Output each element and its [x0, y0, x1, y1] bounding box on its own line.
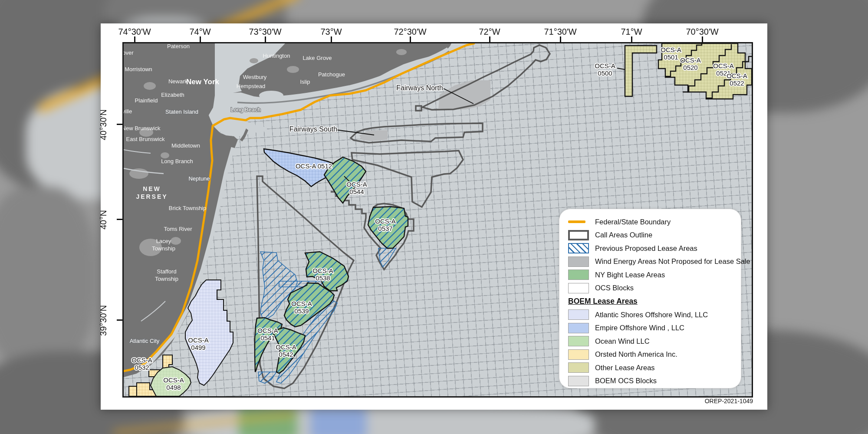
legend-item: Empire Offshore Wind , LLC	[568, 322, 741, 335]
fairways-north-label: Fairways North	[396, 84, 443, 92]
svg-text:Morristown: Morristown	[125, 66, 152, 72]
boundary-line-swatch	[568, 220, 585, 223]
legend-item: Wind Energy Areas Not Proposed for Lease…	[568, 255, 741, 269]
call-outline-swatch	[568, 230, 589, 240]
svg-text:OCS-A: OCS-A	[375, 217, 396, 225]
ocs-blocks-swatch	[568, 283, 589, 293]
svg-text:0532: 0532	[135, 364, 149, 371]
svg-text:OCS-A 0512: OCS-A 0512	[296, 162, 332, 170]
svg-text:0537: 0537	[378, 225, 392, 232]
svg-text:Islip: Islip	[300, 79, 310, 85]
tick-label: 73°W	[307, 27, 355, 37]
svg-text:Township: Township	[152, 245, 175, 252]
svg-text:JERSEY: JERSEY	[136, 193, 168, 200]
legend-item: Orsted North America Inc.	[568, 348, 741, 362]
svg-text:Neptune: Neptune	[188, 175, 210, 182]
svg-text:OCS-A: OCS-A	[276, 343, 296, 351]
svg-text:Township: Township	[155, 276, 178, 282]
tick-label: 72°W	[466, 27, 513, 37]
svg-text:Patchogue: Patchogue	[318, 71, 345, 78]
map-id: OREP-2021-1049	[705, 398, 753, 404]
svg-text:Elizabeth: Elizabeth	[161, 92, 184, 98]
tick-label: 40°30'N	[99, 105, 108, 145]
svg-text:OCS-A: OCS-A	[291, 300, 312, 307]
svg-text:Newark: Newark	[168, 78, 188, 85]
svg-text:Hempstead: Hempstead	[237, 83, 265, 89]
svg-text:Paterson: Paterson	[167, 43, 190, 49]
atlantic-shores-swatch	[568, 309, 589, 320]
svg-text:New Brunswick: New Brunswick	[124, 125, 161, 132]
legend-item: NY Bight Lease Areas	[568, 268, 741, 282]
svg-text:Lake Grove: Lake Grove	[302, 55, 332, 61]
svg-text:0520: 0520	[683, 64, 697, 71]
legend-item: BOEM OCS Blocks	[568, 375, 741, 388]
svg-text:Staten Island: Staten Island	[165, 108, 198, 115]
svg-text:Huntington: Huntington	[263, 53, 290, 59]
legend-item: Ocean Wind LLC	[568, 335, 741, 348]
tick-label: 70°30'W	[678, 27, 726, 37]
svg-text:Atlantic City: Atlantic City	[130, 338, 160, 344]
call-fairways-north-tip	[416, 106, 421, 111]
svg-text:OCS-A: OCS-A	[346, 181, 367, 188]
legend-item: Call Areas Outline	[568, 229, 741, 242]
svg-text:Plainfield: Plainfield	[135, 97, 158, 104]
tick-label: 40°N	[99, 201, 108, 240]
svg-text:0539: 0539	[294, 307, 309, 315]
svg-text:0499: 0499	[191, 344, 205, 351]
legend-item: Other Lease Areas	[568, 361, 741, 375]
call-hudson-north	[352, 151, 463, 207]
svg-text:0522: 0522	[730, 79, 744, 87]
svg-text:0501: 0501	[664, 53, 678, 61]
svg-text:0544: 0544	[349, 188, 364, 195]
svg-text:NEW: NEW	[143, 185, 161, 192]
svg-text:0498: 0498	[166, 384, 181, 391]
svg-text:Toms River: Toms River	[164, 226, 192, 232]
svg-text:Stafford: Stafford	[157, 268, 176, 275]
svg-text:over: over	[124, 49, 134, 56]
wea-fairways-south-fill	[359, 130, 388, 141]
legend-item: Atlantic Shores Offshore Wind, LLC	[568, 308, 741, 322]
svg-text:0500: 0500	[598, 69, 612, 77]
svg-text:Westbury: Westbury	[243, 74, 267, 80]
svg-text:0541: 0541	[260, 334, 275, 342]
legend-item: Federal/State Boundary	[568, 215, 741, 229]
legend-item: Previous Proposed Lease Areas	[568, 242, 741, 255]
svg-text:Long Branch: Long Branch	[161, 158, 193, 164]
map-sheet: 74°30'W 74°W 73°30'W 73°W 72°30'W 72°W 7…	[101, 23, 767, 410]
legend-boem-header: BOEM Lease Areas	[568, 295, 741, 308]
ocean-wind-swatch	[568, 336, 589, 346]
svg-text:OCS-A: OCS-A	[188, 336, 209, 344]
tick-label: 72°30'W	[386, 27, 434, 37]
tick-label: 74°W	[176, 27, 224, 37]
tick-label: 71°W	[608, 27, 655, 37]
svg-text:ville: ville	[124, 108, 132, 115]
lease-ocs-a-0500	[625, 46, 657, 96]
ny-bight-swatch	[568, 270, 589, 280]
svg-text:Brick Township: Brick Township	[169, 205, 206, 211]
svg-text:Long Beach: Long Beach	[230, 106, 260, 113]
svg-text:Lacey: Lacey	[156, 238, 171, 244]
map-canvas: Paterson over Huntington Lake Grove Morr…	[122, 42, 753, 398]
svg-text:0542: 0542	[279, 351, 293, 358]
hatch-swatch	[568, 243, 589, 253]
svg-text:OCS-A: OCS-A	[163, 376, 184, 384]
svg-text:OCS-A: OCS-A	[680, 56, 701, 64]
tick-label: 73°30'W	[241, 27, 289, 37]
svg-text:OCS-A: OCS-A	[713, 62, 734, 69]
svg-text:Middletown: Middletown	[171, 142, 200, 149]
tick-label: 74°30'W	[111, 27, 158, 37]
wea-swatch	[568, 256, 589, 267]
svg-text:OCS-A: OCS-A	[312, 267, 333, 274]
svg-text:East Brunswick: East Brunswick	[126, 136, 165, 142]
empire-swatch	[568, 323, 589, 333]
svg-text:0538: 0538	[316, 274, 330, 282]
fairways-south-label: Fairways South	[289, 125, 337, 133]
tick-label: 39°30'N	[99, 301, 108, 340]
tick-label: 71°30'W	[536, 27, 584, 37]
svg-text:OCS-A: OCS-A	[132, 356, 152, 364]
svg-text:OCS-A: OCS-A	[661, 46, 681, 53]
boem-ocs-swatch	[568, 376, 589, 386]
svg-text:OCS-A: OCS-A	[727, 72, 747, 79]
svg-text:OCS-A: OCS-A	[595, 62, 615, 69]
svg-text:OCS-A: OCS-A	[257, 327, 278, 334]
